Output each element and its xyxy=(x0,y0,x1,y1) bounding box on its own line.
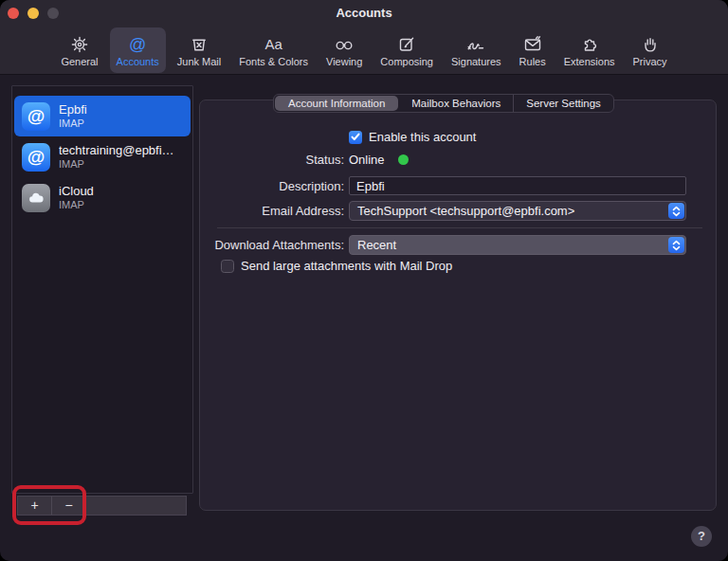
toolbar-item-label: Fonts & Colors xyxy=(239,56,308,68)
hand-icon xyxy=(640,33,661,56)
toolbar-item-label: Signatures xyxy=(451,56,501,68)
account-toolbar-spacer xyxy=(86,497,186,515)
tab-server-settings[interactable]: Server Settings xyxy=(514,95,613,112)
toolbar-item-label: Privacy xyxy=(633,56,667,68)
account-name: iCloud xyxy=(59,184,94,199)
rules-envelope-icon xyxy=(522,33,543,56)
download-attachments-row: Download Attachments: Recent xyxy=(200,235,686,255)
toolbar-item-label: General xyxy=(61,56,98,68)
toolbar-item-rules[interactable]: Rules xyxy=(513,27,553,73)
tab-mailbox-behaviors[interactable]: Mailbox Behaviors xyxy=(399,95,514,112)
status-value: Online xyxy=(349,153,385,167)
account-name: techtraining@epbfi… xyxy=(59,143,174,158)
email-address-popup[interactable]: TechSupport <techsupport@epbfi.com> xyxy=(349,201,686,221)
toolbar-item-label: Rules xyxy=(519,56,546,68)
download-attachments-popup[interactable]: Recent xyxy=(349,235,686,255)
toolbar-item-accounts[interactable]: @ Accounts xyxy=(110,27,166,73)
online-status-indicator xyxy=(398,154,409,165)
description-input[interactable] xyxy=(349,176,686,195)
compose-icon xyxy=(396,33,417,56)
toolbar-item-label: Accounts xyxy=(117,56,159,68)
toolbar-item-composing[interactable]: Composing xyxy=(373,27,440,73)
account-tabs: Account Information Mailbox Behaviors Se… xyxy=(273,94,614,113)
cloud-badge-icon xyxy=(22,184,50,212)
status-label: Status: xyxy=(200,153,349,167)
account-list-toolbar: + − xyxy=(17,496,187,516)
description-label: Description: xyxy=(200,179,349,193)
mail-drop-row: Send large attachments with Mail Drop xyxy=(221,259,452,273)
toolbar-item-privacy[interactable]: Privacy xyxy=(627,27,674,73)
gear-icon xyxy=(69,33,90,56)
mail-drop-checkbox[interactable] xyxy=(221,260,234,273)
enable-account-checkbox[interactable] xyxy=(349,131,362,144)
download-attachments-label: Download Attachments: xyxy=(200,238,349,252)
toolbar-item-fonts-colors[interactable]: Aa Fonts & Colors xyxy=(232,27,315,73)
account-name: Epbfi xyxy=(59,102,87,118)
account-row-icloud[interactable]: iCloud IMAP xyxy=(14,177,191,218)
puzzle-icon xyxy=(579,33,600,56)
remove-account-button[interactable]: − xyxy=(52,497,86,515)
toolbar-item-label: Viewing xyxy=(326,56,362,68)
popup-stepper-icon xyxy=(668,203,684,219)
toolbar-item-general[interactable]: General xyxy=(54,27,104,73)
at-badge-icon: @ xyxy=(22,143,50,172)
toolbar-item-signatures[interactable]: Signatures xyxy=(445,27,508,73)
toolbar-item-label: Composing xyxy=(380,56,433,68)
email-address-value: TechSupport <techsupport@epbfi.com> xyxy=(350,204,595,218)
title-bar: Accounts xyxy=(0,0,728,27)
account-row-techtraining[interactable]: @ techtraining@epbfi… IMAP xyxy=(14,136,191,177)
status-row: Status: Online xyxy=(200,153,409,167)
signature-icon xyxy=(465,33,486,56)
account-protocol: IMAP xyxy=(59,158,174,171)
popup-stepper-icon xyxy=(668,237,684,253)
toolbar-item-label: Junk Mail xyxy=(177,56,221,68)
enable-account-label: Enable this account xyxy=(369,130,476,144)
account-list: @ Epbfi IMAP @ techtraining@epbfi… IMAP xyxy=(12,86,192,218)
help-button[interactable]: ? xyxy=(691,526,712,547)
mail-preferences-window: Accounts General @ Accounts Junk Mail Aa… xyxy=(0,0,728,561)
tab-account-information[interactable]: Account Information xyxy=(275,96,398,111)
eyeglasses-icon xyxy=(334,33,355,56)
account-protocol: IMAP xyxy=(59,118,87,130)
account-protocol: IMAP xyxy=(59,199,94,211)
toolbar-item-junk-mail[interactable]: Junk Mail xyxy=(171,27,228,73)
email-address-label: Email Address: xyxy=(200,204,349,218)
window-title: Accounts xyxy=(0,0,728,27)
at-badge-icon: @ xyxy=(22,102,50,131)
mail-drop-label: Send large attachments with Mail Drop xyxy=(241,259,452,273)
fonts-colors-icon: Aa xyxy=(264,33,282,56)
toolbar-item-label: Extensions xyxy=(564,56,615,68)
junk-mail-icon xyxy=(189,33,209,56)
description-row: Description: xyxy=(200,176,686,195)
account-row-epbfi[interactable]: @ Epbfi IMAP xyxy=(14,96,191,136)
add-account-button[interactable]: + xyxy=(18,497,52,515)
download-attachments-value: Recent xyxy=(350,238,417,252)
accounts-sidebar: @ Epbfi IMAP @ techtraining@epbfi… IMAP xyxy=(11,85,193,494)
toolbar-item-extensions[interactable]: Extensions xyxy=(557,27,622,73)
preferences-toolbar: General @ Accounts Junk Mail Aa Fonts & … xyxy=(0,27,728,75)
account-detail-panel: Enable this account Status: Online Descr… xyxy=(199,100,717,511)
toolbar-item-viewing[interactable]: Viewing xyxy=(319,27,369,73)
section-divider xyxy=(217,227,702,228)
at-icon: @ xyxy=(129,33,146,56)
enable-account-row: Enable this account xyxy=(349,130,476,144)
email-address-row: Email Address: TechSupport <techsupport@… xyxy=(200,201,686,221)
